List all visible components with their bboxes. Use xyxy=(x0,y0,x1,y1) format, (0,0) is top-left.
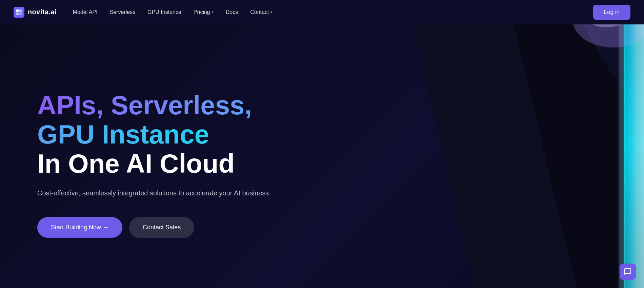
chat-icon xyxy=(624,268,632,276)
hero-graphic xyxy=(407,0,644,288)
nav-link-pricing[interactable]: Pricing ▾ xyxy=(194,9,214,15)
svg-rect-11 xyxy=(617,0,644,288)
brand-name: novita.ai xyxy=(28,8,57,16)
hero-subtitle: Cost-effective, seamlessly integrated so… xyxy=(37,188,305,198)
nav-link-model-api[interactable]: Model API xyxy=(73,9,98,15)
hero-section: APIs, Serverless, GPU Instance In One AI… xyxy=(0,0,644,288)
navbar: novita.ai Model API Serverless GPU Insta… xyxy=(0,0,644,24)
contact-chevron-icon: ▾ xyxy=(270,10,272,14)
hero-buttons: Start Building Now → Contact Sales xyxy=(37,217,305,238)
nav-link-serverless[interactable]: Serverless xyxy=(110,9,136,15)
contact-sales-button[interactable]: Contact Sales xyxy=(129,217,194,238)
svg-rect-3 xyxy=(19,13,22,15)
start-building-button[interactable]: Start Building Now → xyxy=(37,217,122,238)
pricing-chevron-icon: ▾ xyxy=(212,10,214,14)
nav-link-contact[interactable]: Contact ▾ xyxy=(250,9,272,15)
nav-links: Model API Serverless GPU Instance Pricin… xyxy=(73,9,273,15)
hero-title: APIs, Serverless, GPU Instance In One AI… xyxy=(37,91,305,178)
nav-link-docs[interactable]: Docs xyxy=(226,9,238,15)
nav-link-gpu-instance[interactable]: GPU Instance xyxy=(147,9,181,15)
hero-title-white: In One AI Cloud xyxy=(37,149,305,178)
navbar-left: novita.ai Model API Serverless GPU Insta… xyxy=(14,7,272,18)
svg-rect-0 xyxy=(16,9,19,12)
login-button[interactable]: Log in xyxy=(593,5,630,20)
hero-content: APIs, Serverless, GPU Instance In One AI… xyxy=(0,50,305,237)
hero-title-gradient: APIs, Serverless, GPU Instance xyxy=(37,90,252,149)
logo-icon xyxy=(14,7,24,18)
svg-rect-2 xyxy=(16,13,19,15)
navbar-right: Log in xyxy=(593,5,630,20)
svg-rect-1 xyxy=(19,9,22,12)
chat-button[interactable] xyxy=(620,264,636,280)
logo[interactable]: novita.ai xyxy=(14,7,57,18)
